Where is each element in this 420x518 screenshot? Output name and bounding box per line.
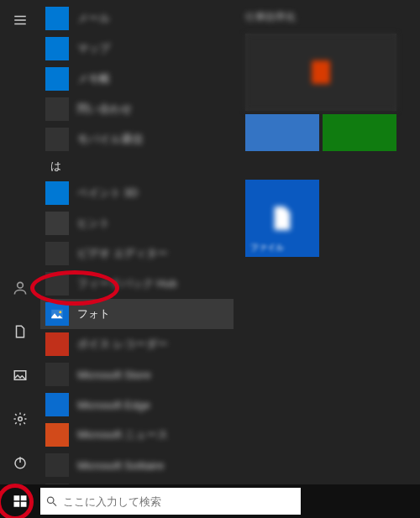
app-item-label: ビデオ エディター [77, 246, 168, 261]
app-item[interactable]: フィードバック Hub [40, 269, 234, 299]
office-icon [245, 34, 396, 111]
app-icon [45, 363, 69, 386]
app-group-header[interactable]: は [40, 154, 234, 178]
app-icon [45, 7, 69, 30]
svg-rect-9 [21, 502, 27, 507]
app-item[interactable]: ボイス レコーダー [40, 329, 234, 359]
pictures-button[interactable] [3, 358, 37, 392]
app-icon [45, 242, 69, 265]
documents-button[interactable] [3, 315, 37, 348]
hamburger-icon [13, 13, 28, 28]
start-menu-app-list: メールマップメモ帳問い合わせモバイル通信はペイント 3Dヒントビデオ エディター… [40, 0, 234, 484]
app-icon [45, 332, 69, 356]
excel-icon [323, 114, 396, 151]
app-item-label: 問い合わせ [77, 102, 132, 117]
svg-rect-6 [14, 495, 20, 500]
app-icon [45, 97, 69, 121]
search-icon [45, 494, 58, 508]
svg-point-0 [18, 282, 24, 288]
image-icon [13, 368, 28, 383]
app-icon [45, 393, 69, 416]
app-item[interactable]: ビデオ エディター [40, 238, 234, 269]
app-icon [45, 37, 69, 60]
svg-point-2 [18, 417, 23, 421]
start-menu: メールマップメモ帳問い合わせモバイル通信はペイント 3Dヒントビデオ エディター… [0, 0, 420, 484]
app-item[interactable]: Microsoft Solitaire [40, 450, 234, 480]
windows-logo-icon [13, 494, 28, 509]
power-button[interactable] [3, 446, 37, 479]
app-item[interactable]: Microsoft Store [40, 359, 234, 390]
app-icon [45, 181, 69, 205]
app-item-photos[interactable]: フォト [40, 299, 234, 329]
start-menu-tiles: 仕事効率化 ファイル [234, 0, 420, 484]
app-item-label: ヒント [77, 216, 110, 231]
tile-file[interactable]: ファイル [245, 180, 319, 257]
search-input[interactable] [63, 488, 296, 515]
app-icon [45, 453, 69, 477]
app-item[interactable]: メール [40, 3, 234, 34]
user-icon [12, 280, 29, 296]
app-item[interactable]: マップ [40, 34, 234, 64]
app-item-label: フィードバック Hub [77, 276, 176, 291]
tile-edge[interactable] [245, 114, 319, 151]
app-icon [45, 67, 69, 91]
app-item-label: Microsoft ニュース [77, 427, 168, 442]
app-item[interactable]: Microsoft ニュース [40, 420, 234, 450]
app-item[interactable]: メモ帳 [40, 64, 234, 94]
tile-office[interactable] [245, 34, 396, 111]
app-icon [45, 128, 69, 151]
taskbar-search[interactable] [40, 488, 301, 515]
tile-excel[interactable] [323, 114, 396, 151]
app-item-label: モバイル通信 [77, 132, 143, 147]
app-item-label: マップ [77, 41, 110, 56]
app-item-label: メモ帳 [77, 71, 110, 86]
app-item-label: Microsoft Solitaire [77, 459, 164, 472]
app-item-label: ボイス レコーダー [77, 337, 168, 352]
svg-rect-7 [21, 495, 27, 500]
svg-rect-8 [14, 502, 20, 507]
app-icon [45, 423, 69, 447]
app-item[interactable]: ペイント 3D [40, 178, 234, 208]
gear-icon [13, 411, 28, 426]
edge-icon [245, 114, 319, 151]
app-item[interactable]: モバイル通信 [40, 124, 234, 154]
svg-point-5 [59, 311, 61, 313]
app-icon [45, 212, 69, 235]
app-icon [45, 302, 69, 326]
settings-button[interactable] [3, 402, 37, 436]
account-button[interactable] [3, 271, 37, 305]
expand-menu-button[interactable] [3, 3, 37, 37]
app-item-label: フォト [77, 306, 110, 322]
app-item-label: メール [77, 11, 110, 26]
app-item-label: ペイント 3D [77, 186, 138, 201]
app-item-label: Microsoft Store [77, 369, 150, 381]
taskbar [0, 484, 420, 518]
document-icon [13, 324, 28, 339]
start-menu-rail [0, 0, 40, 484]
tile-group-label: 仕事効率化 [245, 10, 412, 27]
app-item-label: Microsoft Edge [77, 399, 150, 411]
photos-icon [50, 306, 65, 322]
tile-label: ファイル [250, 242, 284, 254]
taskbar-rest [301, 484, 420, 518]
svg-point-10 [47, 497, 53, 503]
app-item[interactable]: ヒント [40, 208, 234, 238]
power-icon [13, 455, 28, 470]
app-item[interactable]: 問い合わせ [40, 94, 234, 124]
start-button[interactable] [0, 484, 40, 518]
app-item[interactable]: Microsoft Edge [40, 390, 234, 420]
app-icon [45, 272, 69, 296]
